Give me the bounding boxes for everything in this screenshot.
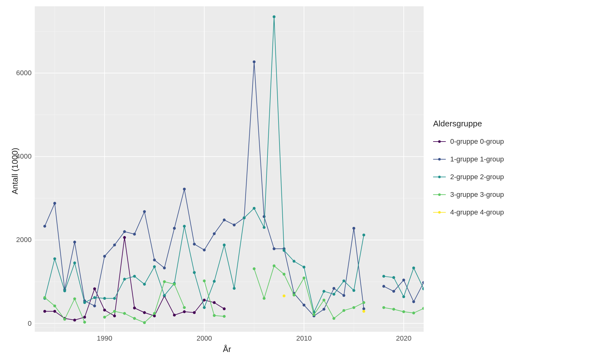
series-point <box>83 316 86 318</box>
series-point <box>183 225 186 228</box>
series-point <box>163 266 166 269</box>
series-point <box>293 294 296 296</box>
series-point <box>173 227 176 230</box>
series-point <box>73 297 76 300</box>
series-point <box>113 314 116 317</box>
series-point <box>263 215 266 218</box>
series-point <box>402 279 405 282</box>
series-point <box>173 314 176 317</box>
series-point <box>422 307 424 310</box>
series-point <box>53 257 56 260</box>
series-point <box>143 283 146 286</box>
series-point <box>193 271 196 274</box>
legend-label: 3-gruppe 3-group <box>450 191 504 199</box>
series-point <box>203 306 206 309</box>
series-point <box>342 294 345 297</box>
series-point <box>342 279 345 282</box>
series-point <box>123 278 126 281</box>
series-point <box>53 202 56 205</box>
y-axis-title: Antall (1000) <box>10 148 20 194</box>
series-point <box>213 232 216 235</box>
series-point <box>173 283 176 286</box>
y-tick-label: 2000 <box>13 236 32 244</box>
series-point <box>353 306 355 309</box>
series-point <box>402 295 405 298</box>
legend: 0-gruppe 0-group1-gruppe 1-group2-gruppe… <box>433 133 504 221</box>
series-point <box>223 315 226 318</box>
series-point <box>233 223 236 226</box>
series-point <box>223 307 226 310</box>
series-point <box>253 60 255 63</box>
series-point <box>163 280 166 283</box>
series-point <box>53 305 56 307</box>
series-point <box>43 310 46 313</box>
series-point <box>113 297 116 300</box>
series-point <box>123 236 126 239</box>
series-point <box>273 15 275 18</box>
series-point <box>133 233 136 236</box>
series-point <box>253 207 255 210</box>
series-point <box>263 226 266 229</box>
series-point <box>193 311 196 314</box>
legend-key <box>433 188 446 201</box>
series-point <box>213 280 216 283</box>
series-point <box>123 230 126 233</box>
series-point <box>43 296 46 299</box>
series-point <box>362 307 365 310</box>
series-point <box>203 299 206 301</box>
series-point <box>322 290 325 293</box>
series-point <box>283 249 285 252</box>
legend-key <box>433 171 446 183</box>
series-point <box>83 321 86 324</box>
series-point <box>353 227 355 230</box>
series-point <box>73 262 76 264</box>
series-point <box>93 305 96 307</box>
series-point <box>412 266 415 269</box>
x-tick-label: 2000 <box>197 334 212 343</box>
series-point <box>213 314 216 317</box>
legend-title: Aldersgruppe <box>433 119 482 129</box>
series-point <box>333 293 335 296</box>
series-point <box>422 287 424 290</box>
series-point <box>43 225 46 228</box>
series-point <box>73 241 76 244</box>
legend-item: 0-gruppe 0-group <box>433 133 504 150</box>
y-tick-label: 6000 <box>13 69 32 77</box>
series-point <box>183 310 186 313</box>
x-axis-title: År <box>223 344 231 354</box>
legend-item: 3-gruppe 3-group <box>433 186 504 203</box>
legend-key <box>433 135 446 148</box>
x-tick-label: 2010 <box>296 334 312 343</box>
series-point <box>422 281 424 284</box>
plot-svg <box>35 6 424 332</box>
y-tick-label: 0 <box>13 319 32 328</box>
series-point <box>113 244 116 246</box>
series-point <box>153 314 156 317</box>
series-point <box>303 266 305 269</box>
series-point <box>63 289 66 292</box>
legend-label: 0-gruppe 0-group <box>450 137 504 146</box>
series-point <box>293 260 296 263</box>
series-point <box>283 273 285 276</box>
chart-container: 19902000201020200200040006000 Antall (10… <box>0 0 607 364</box>
series-point <box>392 308 395 311</box>
x-tick-label: 2020 <box>396 334 411 343</box>
series-point <box>362 310 365 313</box>
series-point <box>133 306 136 309</box>
series-point <box>153 258 156 261</box>
series-point <box>322 308 325 311</box>
series-point <box>243 216 246 219</box>
series-point <box>353 289 355 292</box>
series-point <box>362 301 365 304</box>
series-point <box>412 300 415 303</box>
series-point <box>163 294 166 297</box>
legend-item: 1-gruppe 1-group <box>433 150 504 168</box>
series-point <box>83 301 86 304</box>
series-point <box>273 247 275 250</box>
series-point <box>333 287 335 290</box>
series-point <box>73 319 76 322</box>
series-point <box>213 301 216 304</box>
series-point <box>123 312 126 315</box>
series-point <box>133 317 136 320</box>
series-point <box>402 310 405 313</box>
